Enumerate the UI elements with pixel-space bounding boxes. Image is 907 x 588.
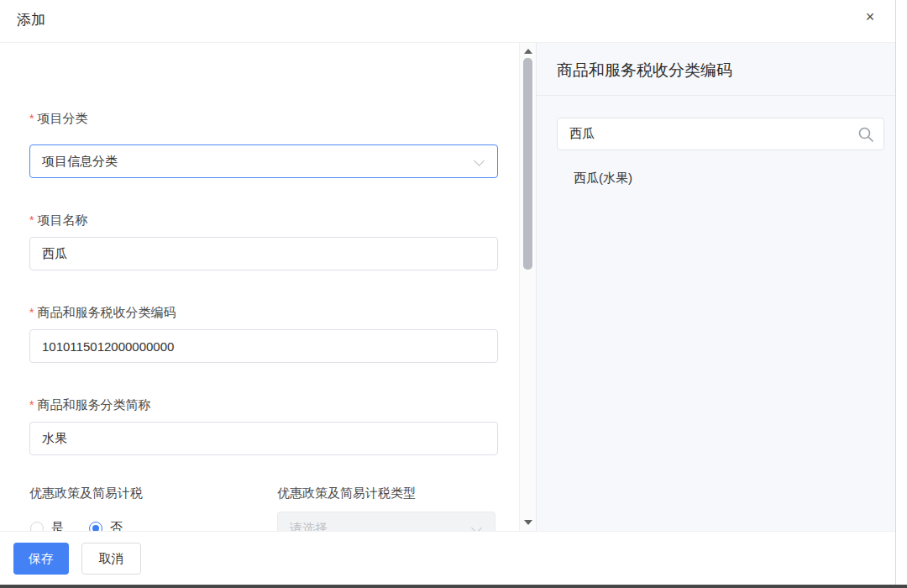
chevron-down-icon (474, 155, 485, 166)
close-icon[interactable]: × (857, 3, 883, 30)
tax-short-name-label: *商品和服务分类简称 (29, 397, 150, 413)
search-icon[interactable] (857, 126, 874, 143)
add-form: *项目分类 项目信息分类 *项目名称 *商品和服务税收分类编码 *商品和服务分类… (0, 43, 519, 531)
window-bottom-edge (0, 585, 907, 588)
required-marker: * (29, 306, 34, 319)
project-category-value: 项目信息分类 (42, 154, 118, 170)
project-name-input[interactable] (29, 237, 498, 270)
tax-code-label: *商品和服务税收分类编码 (29, 305, 176, 321)
dialog-header: 添加 × (0, 0, 895, 43)
tax-short-name-input[interactable] (29, 422, 498, 455)
dialog-title: 添加 (17, 10, 45, 29)
policy-type-label: 优惠政策及简易计税类型 (277, 486, 416, 501)
window-right-edge (895, 0, 896, 588)
tax-code-search-box (557, 118, 884, 150)
form-scrollbar[interactable] (519, 43, 536, 531)
project-name-label: *项目名称 (29, 213, 87, 228)
dialog-body: *项目分类 项目信息分类 *项目名称 *商品和服务税收分类编码 *商品和服务分类… (0, 43, 895, 531)
scroll-down-arrow-icon[interactable] (524, 520, 532, 525)
scrollbar-thumb[interactable] (523, 58, 532, 270)
search-result-item[interactable]: 西瓜(水果) (574, 171, 632, 186)
project-category-label: *项目分类 (29, 111, 87, 127)
panel-divider (537, 95, 896, 96)
scroll-up-arrow-icon[interactable] (524, 49, 532, 54)
required-marker: * (29, 213, 34, 227)
required-marker: * (29, 112, 34, 125)
project-category-select[interactable]: 项目信息分类 (29, 144, 498, 178)
panel-title: 商品和服务税收分类编码 (557, 60, 732, 81)
dialog-footer: 保存 取消 (0, 531, 895, 585)
tax-code-input[interactable] (29, 329, 498, 363)
required-marker: * (29, 398, 34, 412)
policy-label: 优惠政策及简易计税 (29, 486, 143, 501)
cancel-button[interactable]: 取消 (81, 543, 141, 575)
tax-code-search-input[interactable] (558, 118, 883, 150)
tax-code-panel: 商品和服务税收分类编码 西瓜(水果) (536, 43, 895, 531)
save-button[interactable]: 保存 (13, 543, 69, 575)
